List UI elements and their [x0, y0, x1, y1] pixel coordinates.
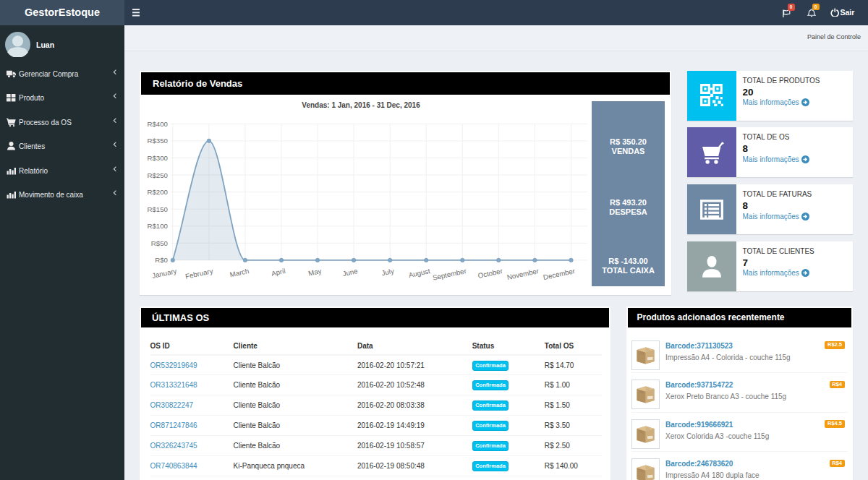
svg-text:R$0: R$0 [155, 256, 168, 264]
svg-text:October: October [477, 266, 504, 279]
svg-text:June: June [342, 267, 359, 278]
svg-text:R$200: R$200 [147, 188, 168, 196]
svg-text:R$100: R$100 [147, 222, 168, 230]
svg-text:January: January [151, 267, 177, 280]
svg-text:November: November [506, 266, 540, 280]
svg-text:August: August [408, 267, 431, 279]
svg-text:September: September [432, 266, 467, 281]
svg-text:R$350: R$350 [147, 137, 168, 145]
svg-text:March: March [229, 267, 250, 278]
svg-text:December: December [542, 266, 576, 280]
svg-text:R$150: R$150 [147, 205, 168, 213]
svg-text:May: May [307, 267, 322, 278]
svg-text:February: February [184, 267, 213, 280]
svg-text:R$300: R$300 [147, 153, 168, 161]
svg-text:July: July [380, 267, 394, 277]
svg-text:R$250: R$250 [147, 171, 168, 179]
svg-text:R$50: R$50 [151, 239, 169, 247]
svg-text:R$400: R$400 [147, 119, 168, 127]
svg-text:April: April [271, 267, 286, 278]
